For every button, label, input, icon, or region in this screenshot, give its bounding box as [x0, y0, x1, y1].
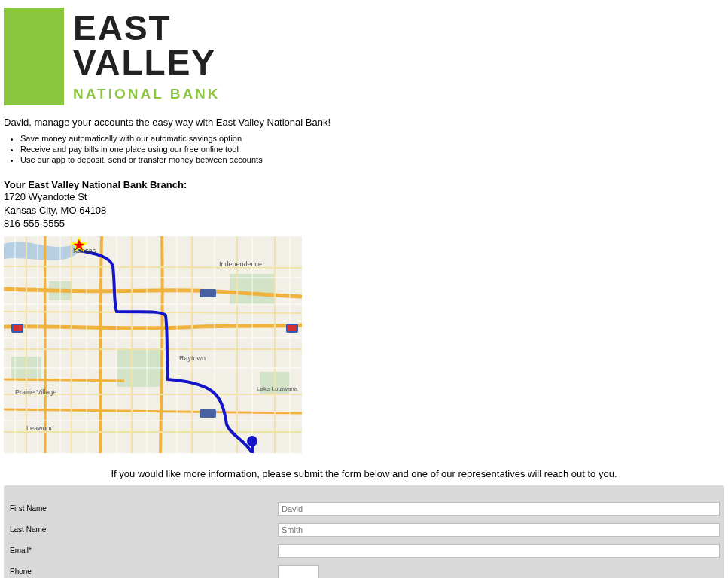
branch-info: Your East Valley National Bank Branch: 1…	[4, 179, 724, 230]
branch-address-2: Kansas City, MO 64108	[4, 204, 724, 218]
phone-label: Phone	[8, 567, 278, 576]
feature-list: Save money automatically with our automa…	[4, 134, 724, 164]
first-name-label: First Name	[8, 504, 278, 513]
map-label-lakelot: Lake Lotawana	[257, 385, 298, 392]
logo-line-2: VALLEY	[73, 45, 221, 80]
intro-text: David, manage your accounts the easy way…	[4, 117, 724, 128]
email-input[interactable]	[278, 544, 720, 558]
svg-rect-10	[13, 325, 22, 331]
first-name-input[interactable]	[278, 502, 720, 516]
map-label-leawood: Leawood	[26, 424, 54, 432]
svg-rect-13	[200, 289, 216, 297]
last-name-input[interactable]	[278, 523, 720, 537]
svg-rect-14	[200, 409, 216, 418]
feature-item: Receive and pay bills in one place using…	[20, 144, 724, 154]
map-label-independence: Independence	[219, 260, 262, 268]
form-intro: If you would like more information, plea…	[4, 468, 724, 479]
last-name-label: Last Name	[8, 525, 278, 534]
branch-phone: 816-555-5555	[4, 217, 724, 230]
feature-item: Save money automatically with our automa…	[20, 134, 724, 143]
map-label-kansas: Kansas	[73, 247, 96, 254]
email-label: Email*	[8, 546, 278, 555]
branch-title: Your East Valley National Bank Branch:	[4, 179, 724, 190]
svg-rect-12	[288, 325, 297, 331]
map-label-raytown: Raytown	[179, 354, 206, 362]
map-label-prairie: Prairie Village	[15, 388, 56, 396]
feature-item: Use our app to deposit, send or transfer…	[20, 155, 724, 164]
svg-point-7	[247, 436, 257, 446]
branch-address-1: 1720 Wyandotte St	[4, 190, 724, 204]
logo-line-1: EAST	[73, 11, 221, 45]
svg-rect-8	[251, 446, 254, 453]
logo-text: EAST VALLEY NATIONAL BANK	[73, 8, 221, 105]
logo: EAST VALLEY NATIONAL BANK	[4, 8, 724, 105]
logo-color-block	[4, 8, 64, 105]
contact-form: First Name Last Name Email* Phone Submit	[4, 485, 724, 578]
phone-input[interactable]	[278, 565, 319, 578]
branch-map: Kansas Independence Raytown Prairie Vill…	[4, 236, 302, 453]
logo-subtitle: NATIONAL BANK	[73, 86, 221, 102]
